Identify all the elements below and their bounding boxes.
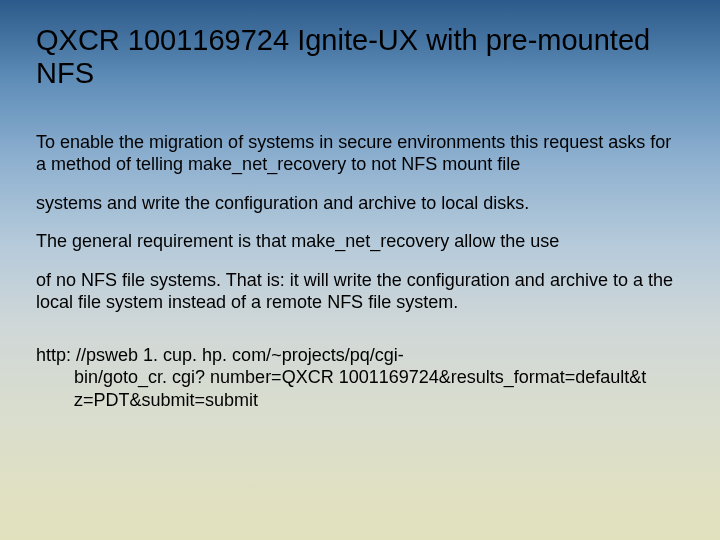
paragraph-1: To enable the migration of systems in se… [36,131,684,176]
slide: QXCR 1001169724 Ignite-UX with pre-mount… [0,0,720,540]
paragraph-4: of no NFS file systems. That is: it will… [36,269,684,314]
paragraph-3: The general requirement is that make_net… [36,230,684,253]
url-line-1: http: //psweb 1. cup. hp. com/~projects/… [36,345,404,365]
url-line-3: z=PDT&submit=submit [36,389,684,412]
url-line-2: bin/goto_cr. cgi? number=QXCR 1001169724… [36,366,684,389]
paragraph-2: systems and write the configuration and … [36,192,684,215]
url-block: http: //psweb 1. cup. hp. com/~projects/… [36,344,684,412]
slide-title: QXCR 1001169724 Ignite-UX with pre-mount… [36,24,684,91]
